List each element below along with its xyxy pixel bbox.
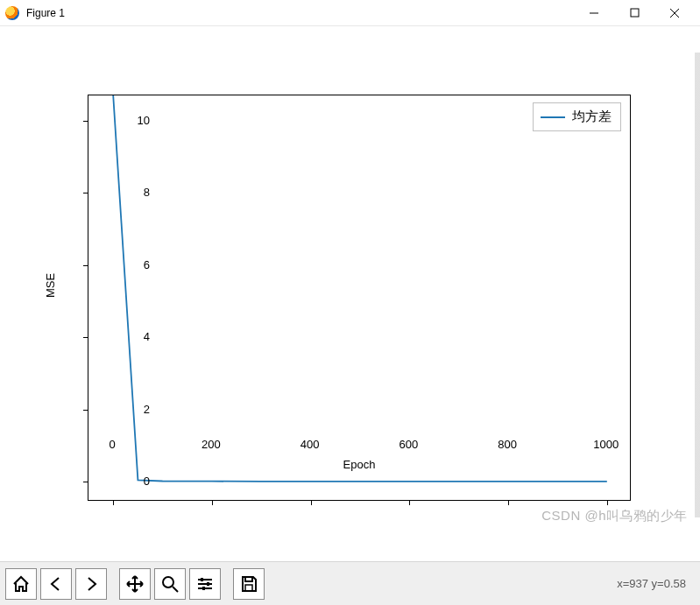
minimize-button[interactable] bbox=[574, 0, 614, 26]
zoom-button[interactable] bbox=[154, 568, 186, 600]
y-tick-label: 0 bbox=[144, 475, 150, 488]
x-tick bbox=[607, 500, 608, 505]
arrow-right-icon bbox=[81, 574, 101, 594]
window-controls bbox=[574, 0, 695, 26]
minimize-icon bbox=[589, 8, 599, 18]
svg-rect-1 bbox=[631, 9, 639, 17]
x-tick-label: 400 bbox=[301, 438, 320, 451]
legend-swatch bbox=[541, 116, 565, 118]
y-tick bbox=[83, 121, 88, 122]
y-tick bbox=[83, 193, 88, 193]
x-tick-label: 600 bbox=[399, 438, 419, 451]
svg-point-4 bbox=[163, 577, 173, 587]
y-tick bbox=[83, 265, 88, 266]
configure-button[interactable] bbox=[189, 568, 221, 600]
x-tick bbox=[212, 500, 213, 505]
svg-rect-11 bbox=[202, 587, 205, 590]
y-tick-label: 10 bbox=[138, 113, 150, 126]
y-tick bbox=[83, 482, 88, 482]
x-tick-label: 1000 bbox=[593, 438, 619, 451]
x-tick bbox=[113, 500, 114, 505]
data-line bbox=[113, 95, 607, 482]
nav-toolbar: x=937 y=0.58 bbox=[0, 561, 700, 605]
svg-line-5 bbox=[173, 587, 178, 592]
legend: 均方差 bbox=[533, 102, 621, 131]
y-axis-label: MSE bbox=[44, 273, 57, 298]
app-icon bbox=[5, 6, 19, 20]
coord-readout: x=937 y=0.58 bbox=[617, 577, 695, 590]
x-axis-label: Epoch bbox=[88, 458, 631, 471]
y-tick-label: 4 bbox=[144, 330, 150, 343]
x-tick-label: 0 bbox=[110, 438, 116, 451]
sliders-icon bbox=[195, 574, 215, 594]
svg-rect-10 bbox=[207, 582, 209, 586]
right-edge-shadow bbox=[695, 53, 700, 517]
window-title: Figure 1 bbox=[26, 7, 65, 19]
x-tick bbox=[311, 500, 312, 505]
close-icon bbox=[669, 8, 680, 18]
x-tick-label: 800 bbox=[498, 438, 517, 451]
pan-button[interactable] bbox=[119, 568, 151, 600]
plot-axes: 均方差 bbox=[88, 95, 631, 501]
close-button[interactable] bbox=[654, 0, 695, 26]
x-tick bbox=[508, 500, 509, 505]
save-button[interactable] bbox=[233, 568, 265, 600]
x-tick-label: 200 bbox=[202, 438, 221, 451]
figure-canvas[interactable]: 均方差 MSE Epoch CSDN @h叫乌鸦的少年 024681002004… bbox=[0, 26, 700, 561]
arrow-left-icon bbox=[46, 574, 66, 594]
zoom-icon bbox=[160, 574, 180, 594]
plot-svg bbox=[88, 95, 632, 502]
move-icon bbox=[125, 574, 145, 594]
home-icon bbox=[11, 574, 31, 594]
maximize-button[interactable] bbox=[614, 0, 654, 26]
home-button[interactable] bbox=[5, 568, 37, 600]
forward-button[interactable] bbox=[75, 568, 107, 600]
watermark: CSDN @h叫乌鸦的少年 bbox=[541, 508, 688, 524]
y-tick-label: 6 bbox=[144, 257, 150, 271]
y-tick bbox=[83, 337, 88, 338]
legend-label: 均方差 bbox=[572, 109, 612, 125]
back-button[interactable] bbox=[40, 568, 72, 600]
y-tick-label: 2 bbox=[144, 402, 150, 415]
y-tick-label: 8 bbox=[144, 186, 150, 199]
save-icon bbox=[239, 574, 258, 594]
maximize-icon bbox=[630, 8, 640, 18]
titlebar: Figure 1 bbox=[0, 0, 700, 26]
x-tick bbox=[409, 500, 410, 505]
svg-rect-13 bbox=[245, 585, 252, 591]
svg-rect-12 bbox=[245, 577, 252, 581]
svg-rect-9 bbox=[201, 578, 203, 581]
y-tick bbox=[83, 410, 88, 411]
